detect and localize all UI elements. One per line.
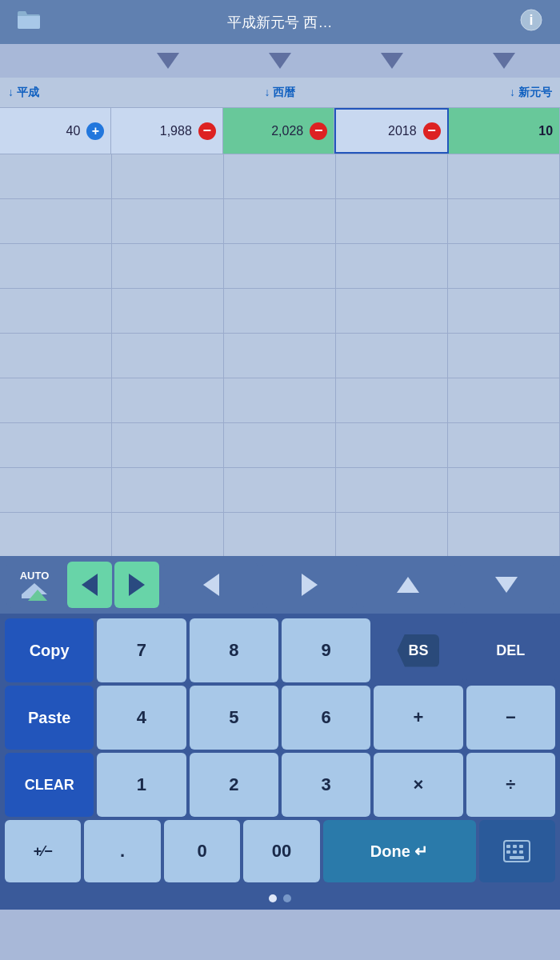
cell-1-4[interactable]: 2018 − xyxy=(334,108,448,154)
col-header-5: ↓ 新元号 xyxy=(445,86,560,100)
keypad: Copy 7 8 9 BS DEL Paste 4 5 6 + − CLEAR … xyxy=(0,614,560,887)
cell-value-5: 10 xyxy=(538,124,553,138)
cell-1-3[interactable]: 2,028 − xyxy=(223,108,334,154)
col-arrow-2[interactable] xyxy=(112,53,224,69)
left-arrow-icon xyxy=(82,574,98,596)
key-8[interactable]: 8 xyxy=(190,618,278,682)
table-row xyxy=(0,513,560,556)
decrement-icon-4[interactable]: − xyxy=(423,122,441,140)
page-dot-1[interactable] xyxy=(269,894,277,902)
col-arrow-5[interactable] xyxy=(448,53,560,69)
keypad-row-4: +∕− . 0 00 Done ↵ xyxy=(5,820,555,882)
svg-rect-7 xyxy=(513,845,517,848)
nav-up-button[interactable] xyxy=(362,562,455,608)
plus-button[interactable]: + xyxy=(374,686,462,750)
decrement-icon-2[interactable]: − xyxy=(198,122,216,140)
cell-value-2: 1,988 xyxy=(160,124,192,138)
table-row xyxy=(0,423,560,468)
sort-arrow-3[interactable] xyxy=(269,53,291,69)
key-9[interactable]: 9 xyxy=(282,618,370,682)
svg-rect-9 xyxy=(506,850,510,854)
forward-arrow-icon xyxy=(302,574,318,596)
table-row xyxy=(0,244,560,289)
cell-1-1[interactable]: 40 + xyxy=(0,108,111,154)
table-row: 40 + 1,988 − 2,028 − 2018 − 10 xyxy=(0,108,560,154)
down-arrow-icon xyxy=(495,577,518,593)
keyboard-toggle-button[interactable] xyxy=(479,820,555,882)
grid-area: 40 + 1,988 − 2,028 − 2018 − 10 xyxy=(0,108,560,556)
minus-button[interactable]: − xyxy=(466,686,555,750)
svg-rect-10 xyxy=(513,850,517,854)
cell-value-4: 2018 xyxy=(388,124,417,138)
keypad-row-2: Paste 4 5 6 + − xyxy=(5,686,555,750)
key-4[interactable]: 4 xyxy=(97,686,186,750)
lr-nav-group xyxy=(67,562,159,608)
sort-arrow-5[interactable] xyxy=(493,53,515,69)
col-header-1: ↓ 平成 xyxy=(0,86,115,100)
cell-1-5: 10 xyxy=(449,108,560,154)
key-3[interactable]: 3 xyxy=(282,753,370,817)
done-button[interactable]: Done ↵ xyxy=(323,820,476,882)
cell-value-3: 2,028 xyxy=(271,124,303,138)
auto-button[interactable]: AUTO xyxy=(6,562,62,608)
column-arrows-row xyxy=(0,44,560,78)
double-zero-button[interactable]: 00 xyxy=(243,820,319,882)
auto-arrow-icon xyxy=(22,583,47,601)
column-headers: ↓ 平成 ↓ 西暦 ↓ 新元号 xyxy=(0,78,560,108)
keypad-row-3: CLEAR 1 2 3 × ÷ xyxy=(5,753,555,817)
key-7[interactable]: 7 xyxy=(97,618,186,682)
svg-marker-3 xyxy=(22,583,47,594)
svg-rect-11 xyxy=(519,850,523,854)
sort-arrow-4[interactable] xyxy=(381,53,403,69)
page-dot-2[interactable] xyxy=(283,894,291,902)
key-1[interactable]: 1 xyxy=(97,753,186,817)
key-6[interactable]: 6 xyxy=(282,686,370,750)
info-icon[interactable]: i xyxy=(515,9,547,36)
keypad-row-1: Copy 7 8 9 BS DEL xyxy=(5,618,555,682)
page-indicator xyxy=(0,887,560,910)
col-arrow-4[interactable] xyxy=(336,53,448,69)
keyboard-icon xyxy=(503,840,530,862)
svg-text:i: i xyxy=(529,12,533,28)
del-button[interactable]: DEL xyxy=(466,618,555,682)
svg-rect-8 xyxy=(519,845,523,848)
auto-label: AUTO xyxy=(20,570,50,582)
col-arrow-3[interactable] xyxy=(224,53,336,69)
copy-button[interactable]: Copy xyxy=(5,618,94,682)
cell-value-1: 40 xyxy=(66,124,81,138)
multiply-button[interactable]: × xyxy=(374,753,462,817)
increment-icon[interactable]: + xyxy=(86,122,104,140)
key-2[interactable]: 2 xyxy=(190,753,278,817)
decrement-icon-3[interactable]: − xyxy=(310,122,327,140)
svg-rect-6 xyxy=(506,845,510,848)
backspace-button[interactable]: BS xyxy=(374,618,462,682)
clear-button[interactable]: CLEAR xyxy=(5,753,94,817)
right-arrow-icon xyxy=(129,574,145,596)
navigation-bar: AUTO xyxy=(0,556,560,614)
paste-button[interactable]: Paste xyxy=(5,686,94,750)
nav-left-button[interactable] xyxy=(67,562,112,608)
key-5[interactable]: 5 xyxy=(190,686,278,750)
up-arrow-icon xyxy=(397,577,419,593)
dot-button[interactable]: . xyxy=(84,820,160,882)
nav-back-button[interactable] xyxy=(164,562,258,608)
nav-down-button[interactable] xyxy=(460,562,554,608)
sort-arrow-2[interactable] xyxy=(157,53,179,69)
back-arrow-icon xyxy=(203,574,219,596)
svg-rect-12 xyxy=(510,856,524,859)
nav-forward-button[interactable] xyxy=(262,562,356,608)
folder-icon[interactable] xyxy=(13,10,45,35)
header: 平成新元号 西… i xyxy=(0,0,560,44)
table-row xyxy=(0,334,560,378)
bs-label: BS xyxy=(397,634,439,667)
zero-button[interactable]: 0 xyxy=(164,820,240,882)
table-row xyxy=(0,154,560,199)
divide-button[interactable]: ÷ xyxy=(466,753,555,817)
plus-minus-button[interactable]: +∕− xyxy=(5,820,81,882)
table-row xyxy=(0,289,560,334)
col-header-3: ↓ 西暦 xyxy=(225,86,335,100)
nav-right-button[interactable] xyxy=(114,562,159,608)
page-title: 平成新元号 西… xyxy=(45,13,515,32)
cell-1-2[interactable]: 1,988 − xyxy=(111,108,222,154)
table-row xyxy=(0,199,560,244)
